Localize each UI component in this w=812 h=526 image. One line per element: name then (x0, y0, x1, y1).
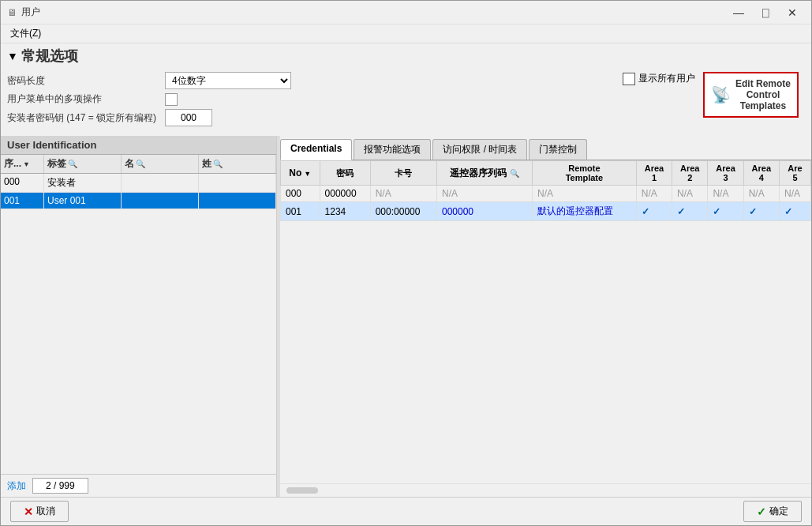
install-password-input[interactable] (165, 109, 212, 126)
cancel-icon: ✕ (24, 505, 33, 518)
col-tag-header: 标签 🔍 (44, 155, 122, 173)
tab-alarm[interactable]: 报警功能选项 (354, 139, 431, 160)
user-table: 序... ▼ 标签 🔍 名 🔍 姓 🔍 (1, 155, 276, 314)
th-card: 卡号 (370, 161, 436, 186)
close-button[interactable]: ✕ (780, 4, 805, 21)
creds-table-header: No ▼ 密码 卡号 遥控器序列码 🔍 RemoteTemplate (281, 161, 811, 186)
cred-area3-001: ✓ (708, 202, 743, 221)
cred-area4-000: N/A (743, 186, 779, 202)
tab-door[interactable]: 门禁控制 (529, 139, 587, 160)
ok-icon: ✓ (757, 505, 766, 518)
cred-row-000[interactable]: 000 000000 N/A N/A N/A N/A N/A N/A N/A N… (281, 186, 811, 202)
add-user-link[interactable]: 添加 (7, 479, 26, 493)
main-body: User Identification 序... ▼ 标签 🔍 名 (1, 136, 811, 497)
cred-area2-001: ✓ (672, 202, 708, 221)
title-bar: 🖥 用户 — ⎕ ✕ (1, 1, 811, 24)
footer-left: ✕ 取消 (10, 501, 69, 522)
tab-credentials[interactable]: Credentials (280, 139, 352, 160)
edit-remote-line3: Templates (740, 100, 786, 111)
password-length-label: 密码长度 (7, 74, 165, 88)
th-no: No ▼ (281, 161, 320, 186)
cred-no-001: 001 (281, 202, 320, 221)
edit-remote-text: Edit Remote Control Templates (735, 78, 791, 111)
right-panel: Credentials 报警功能选项 访问权限 / 时间表 门禁控制 No ▼ (280, 136, 811, 497)
th-area2: Area2 (672, 161, 708, 186)
creds-table: No ▼ 密码 卡号 遥控器序列码 🔍 RemoteTemplate (280, 160, 811, 221)
minimize-button[interactable]: — (726, 4, 751, 21)
cred-template-000: N/A (533, 186, 637, 202)
left-panel-footer: 添加 2 / 999 (1, 474, 276, 497)
cred-pw-001: 1234 (320, 202, 370, 221)
edit-remote-button[interactable]: 📡 Edit Remote Control Templates (703, 72, 799, 118)
creds-sort-icon[interactable]: ▼ (304, 170, 311, 178)
tab-access[interactable]: 访问权限 / 时间表 (432, 139, 527, 160)
cred-template-001: 默认的遥控器配置 (533, 202, 637, 221)
lname-search-icon[interactable]: 🔍 (213, 160, 223, 168)
user-row-000[interactable]: 000 安装者 (1, 174, 276, 193)
cred-area3-000: N/A (708, 186, 743, 202)
user-row-001[interactable]: 001 User 001 (1, 193, 276, 209)
cancel-button[interactable]: ✕ 取消 (10, 501, 69, 522)
edit-remote-line2: Control (747, 89, 780, 100)
settings-panel: 密码长度 4位数字 6位数字 用户菜单中的多项操作 安装者密码钥 (147 = … (1, 69, 811, 136)
left-panel-header: User Identification (1, 136, 276, 155)
footer-right: ✓ 确定 (743, 501, 802, 522)
show-all-users-group: 显示所有用户 (623, 72, 695, 85)
cred-no-000: 000 (281, 186, 320, 202)
section-header: ▼ 常规选项 (1, 43, 811, 69)
th-area3: Area3 (708, 161, 743, 186)
restore-button[interactable]: ⎕ (753, 4, 778, 21)
horizontal-scrollbar[interactable] (286, 487, 318, 494)
install-password-control (165, 109, 212, 126)
cred-area1-001: ✓ (636, 202, 672, 221)
creds-table-wrap: No ▼ 密码 卡号 遥控器序列码 🔍 RemoteTemplate (280, 160, 811, 483)
menu-bar: 文件(Z) (1, 24, 811, 43)
cancel-label: 取消 (36, 505, 55, 518)
cred-remote-001: 000000 (437, 202, 533, 221)
password-length-control: 4位数字 6位数字 (165, 72, 291, 89)
th-area1: Area1 (636, 161, 672, 186)
fname-search-icon[interactable]: 🔍 (136, 160, 145, 168)
section-toggle[interactable]: ▼ (7, 50, 18, 62)
section-title: 常规选项 (21, 47, 78, 66)
col-num-header: 序... ▼ (1, 155, 44, 173)
window-footer: ✕ 取消 ✓ 确定 (1, 497, 811, 525)
remote-control-icon: 📡 (711, 85, 731, 104)
window-title: 用户 (21, 6, 726, 19)
show-all-users-checkbox[interactable] (623, 73, 635, 85)
scroll-bar-area (280, 483, 811, 497)
edit-remote-line1: Edit Remote (735, 78, 791, 89)
cred-area2-000: N/A (672, 186, 708, 202)
left-spacer (1, 314, 276, 474)
th-remote-template: RemoteTemplate (533, 161, 637, 186)
cred-pw-000: 000000 (320, 186, 370, 202)
multi-op-checkbox[interactable] (165, 93, 178, 106)
cred-card-001: 000:00000 (370, 202, 436, 221)
menu-file[interactable]: 文件(Z) (4, 25, 47, 42)
main-window: 🖥 用户 — ⎕ ✕ 文件(Z) ▼ 常规选项 密码长度 4位数字 6位数字 (0, 0, 812, 526)
show-all-users-label: 显示所有用户 (638, 72, 695, 85)
left-panel: User Identification 序... ▼ 标签 🔍 名 (1, 136, 277, 497)
cred-area1-000: N/A (636, 186, 672, 202)
tag-search-icon[interactable]: 🔍 (68, 160, 77, 168)
cred-card-000: N/A (370, 186, 436, 202)
multi-op-label: 用户菜单中的多项操作 (7, 92, 165, 106)
remote-seq-search-icon[interactable]: 🔍 (510, 169, 519, 178)
cred-remote-000: N/A (437, 186, 533, 202)
ok-button[interactable]: ✓ 确定 (743, 501, 802, 522)
col-fname-header: 名 🔍 (122, 155, 199, 173)
cred-row-001[interactable]: 001 1234 000:00000 000000 默认的遥控器配置 ✓ ✓ ✓… (281, 202, 811, 221)
th-area4: Area4 (743, 161, 779, 186)
col-lname-header: 姓 🔍 (199, 155, 276, 173)
page-info: 2 / 999 (32, 478, 88, 494)
th-area5: Are5 (779, 161, 810, 186)
tabs-row: Credentials 报警功能选项 访问权限 / 时间表 门禁控制 (280, 136, 811, 160)
install-password-label: 安装者密码钥 (147 = 锁定所有编程) (7, 111, 165, 125)
password-length-select[interactable]: 4位数字 6位数字 (165, 72, 291, 89)
sort-icon[interactable]: ▼ (23, 160, 30, 168)
window-icon: 🖥 (7, 7, 17, 18)
cred-area5-001: ✓ (779, 202, 810, 221)
th-remote-seq: 遥控器序列码 🔍 (437, 161, 533, 186)
title-bar-controls: — ⎕ ✕ (726, 4, 805, 21)
cred-area4-001: ✓ (743, 202, 779, 221)
